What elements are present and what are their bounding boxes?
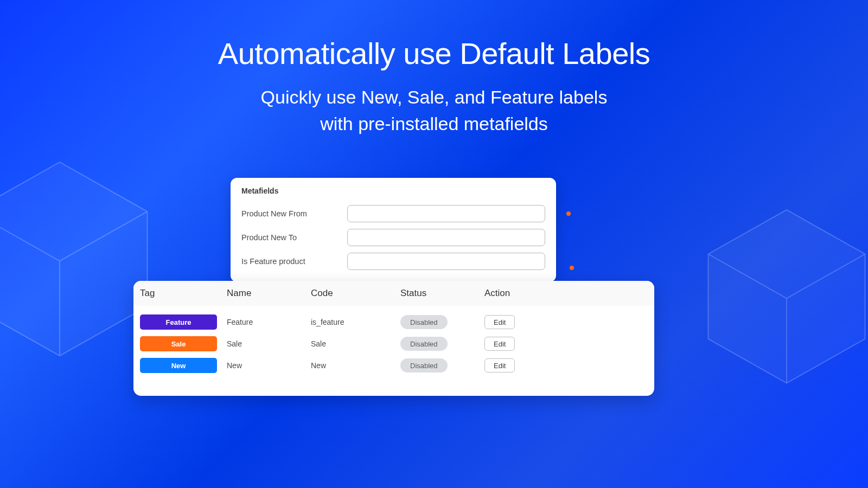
metafields-card-title: Metafields xyxy=(241,187,545,195)
status-badge: Disabled xyxy=(400,358,448,373)
metafields-card: Metafields Product New From Product New … xyxy=(231,178,556,282)
subtitle-line-1: Quickly use New, Sale, and Feature label… xyxy=(261,87,608,107)
cell-name: New xyxy=(227,361,311,370)
cell-name: Feature xyxy=(227,318,311,326)
col-code: Code xyxy=(311,288,400,299)
svg-marker-2 xyxy=(709,210,865,383)
product-new-to-input[interactable] xyxy=(347,229,545,246)
svg-marker-0 xyxy=(0,162,148,356)
table-body: Feature Feature is_feature Disabled Edit… xyxy=(133,306,654,396)
page-subtitle: Quickly use New, Sale, and Feature label… xyxy=(0,84,868,138)
tag-pill-new: New xyxy=(140,358,217,373)
cell-name: Sale xyxy=(227,339,311,348)
metafield-row-product-new-to: Product New To xyxy=(241,229,545,246)
col-action: Action xyxy=(484,288,648,299)
table-header: Tag Name Code Status Action xyxy=(133,281,654,306)
is-feature-product-input[interactable] xyxy=(347,253,545,270)
page-title: Automatically use Default Labels xyxy=(0,0,868,71)
tag-pill-sale: Sale xyxy=(140,336,217,351)
product-new-from-input[interactable] xyxy=(347,205,545,222)
accent-dot-icon xyxy=(570,266,574,270)
status-badge: Disabled xyxy=(400,337,448,351)
cell-code: New xyxy=(311,361,400,370)
metafield-label: Product New From xyxy=(241,209,347,218)
table-row: Sale Sale Sale Disabled Edit xyxy=(140,333,648,355)
cell-code: Sale xyxy=(311,339,400,348)
table-row: New New New Disabled Edit xyxy=(140,355,648,376)
edit-button[interactable]: Edit xyxy=(484,337,515,351)
col-status: Status xyxy=(400,288,484,299)
metafield-label: Is Feature product xyxy=(241,257,347,266)
tag-pill-feature: Feature xyxy=(140,314,217,330)
edit-button[interactable]: Edit xyxy=(484,315,515,329)
metafield-label: Product New To xyxy=(241,233,347,242)
status-badge: Disabled xyxy=(400,315,448,329)
metafield-row-is-feature: Is Feature product xyxy=(241,253,545,270)
table-row: Feature Feature is_feature Disabled Edit xyxy=(140,311,648,333)
cell-code: is_feature xyxy=(311,318,400,326)
accent-dot-icon xyxy=(566,211,571,216)
metafield-row-product-new-from: Product New From xyxy=(241,205,545,222)
subtitle-line-2: with pre-installed metafields xyxy=(320,113,548,134)
labels-table-card: Tag Name Code Status Action Feature Feat… xyxy=(133,281,654,396)
decorative-cube-right xyxy=(694,201,868,385)
col-name: Name xyxy=(227,288,311,299)
col-tag: Tag xyxy=(140,288,227,299)
edit-button[interactable]: Edit xyxy=(484,358,515,373)
